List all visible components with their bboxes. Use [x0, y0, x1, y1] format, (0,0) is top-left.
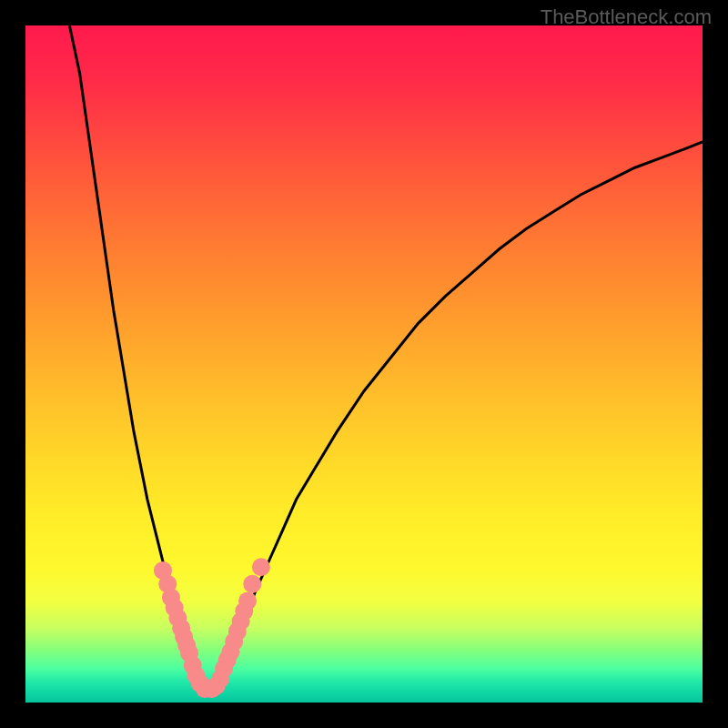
- chart-dot: [238, 592, 257, 610]
- chart-curve-right: [208, 142, 703, 689]
- chart-plot-area: [25, 25, 703, 703]
- chart-dot: [252, 558, 270, 576]
- chart-dots-group: [154, 558, 270, 698]
- chart-overlay-svg: [25, 25, 703, 703]
- chart-dot: [243, 575, 261, 593]
- chart-curve-left: [69, 25, 208, 689]
- watermark-text: TheBottleneck.com: [541, 5, 712, 29]
